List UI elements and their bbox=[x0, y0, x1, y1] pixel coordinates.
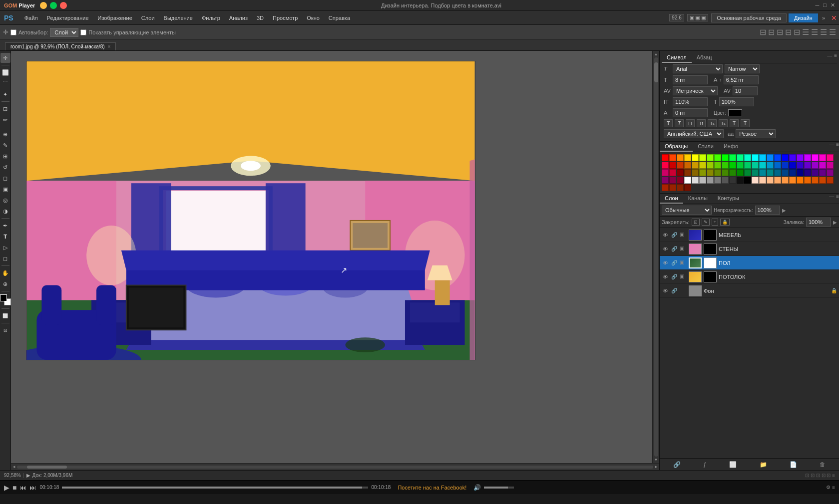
color-swatch[interactable] bbox=[827, 177, 834, 184]
healing-tool[interactable]: ⊕ bbox=[0, 129, 10, 139]
char-panel-menu[interactable]: ≡ bbox=[834, 53, 837, 63]
fill-arrow[interactable]: ▶ bbox=[833, 220, 837, 225]
new-group-btn[interactable]: 📁 bbox=[760, 461, 767, 468]
workspace-design-button[interactable]: Дизайн bbox=[789, 13, 818, 22]
color-swatch[interactable] bbox=[677, 162, 684, 169]
stop-button[interactable]: ■ bbox=[12, 484, 16, 492]
layer-item[interactable]: 👁🔗▣ПОТОЛОК bbox=[660, 270, 839, 284]
allcaps-button[interactable]: TT bbox=[686, 119, 695, 127]
play-button[interactable]: ▶ bbox=[4, 484, 9, 492]
swatches-panel-collapse[interactable]: — bbox=[829, 142, 834, 152]
history-brush-tool[interactable]: ↺ bbox=[0, 162, 10, 172]
minimize-button[interactable] bbox=[40, 2, 47, 9]
color-swatch[interactable] bbox=[669, 184, 676, 191]
tab-symbol[interactable]: Символ bbox=[662, 53, 692, 63]
dodge-tool[interactable]: ◑ bbox=[0, 206, 10, 216]
color-swatch[interactable] bbox=[774, 177, 781, 184]
color-swatch[interactable] bbox=[662, 169, 669, 176]
font-size-input[interactable]: 8 пт bbox=[673, 75, 708, 84]
color-swatch[interactable] bbox=[744, 162, 751, 169]
color-swatch[interactable] bbox=[722, 169, 729, 176]
color-swatch[interactable] bbox=[714, 162, 721, 169]
vscroll-track[interactable] bbox=[654, 57, 658, 457]
foreground-color[interactable] bbox=[0, 294, 7, 301]
color-swatch[interactable] bbox=[684, 177, 691, 184]
lock-all-btn[interactable]: + bbox=[712, 219, 718, 226]
color-swatch[interactable] bbox=[827, 162, 834, 169]
distrib-icon-3[interactable]: ☰ bbox=[820, 27, 827, 37]
horizontal-scale-input[interactable]: 100% bbox=[719, 97, 754, 106]
color-swatch[interactable] bbox=[767, 154, 774, 161]
tab-close-button[interactable]: × bbox=[108, 44, 111, 49]
color-swatch[interactable] bbox=[684, 184, 691, 191]
color-swatch[interactable] bbox=[744, 169, 751, 176]
language-select[interactable]: Английский: США bbox=[664, 129, 724, 138]
color-swatch[interactable] bbox=[722, 154, 729, 161]
color-swatch[interactable] bbox=[789, 177, 796, 184]
opacity-input[interactable]: 100% bbox=[755, 206, 780, 215]
eyedropper-tool[interactable]: ✏ bbox=[0, 115, 10, 125]
add-style-btn[interactable]: ƒ bbox=[703, 461, 707, 468]
vertical-scale-input[interactable]: 110% bbox=[673, 97, 708, 106]
color-swatch[interactable] bbox=[782, 177, 789, 184]
font-family-select[interactable]: Arial bbox=[673, 64, 723, 73]
align-icon-4[interactable]: ⊟ bbox=[785, 27, 792, 37]
strikethrough-button[interactable]: T bbox=[741, 119, 750, 127]
color-swatch[interactable] bbox=[729, 169, 736, 176]
underline-button[interactable]: T bbox=[730, 119, 739, 127]
color-swatch[interactable] bbox=[812, 154, 819, 161]
color-swatch[interactable] bbox=[662, 177, 669, 184]
vertical-scrollbar[interactable]: ▲ ▼ bbox=[652, 51, 659, 463]
color-swatch[interactable] bbox=[804, 154, 811, 161]
color-swatch[interactable] bbox=[729, 177, 736, 184]
color-swatch[interactable] bbox=[804, 177, 811, 184]
menu-layers[interactable]: Слои bbox=[137, 13, 159, 22]
color-swatch[interactable] bbox=[744, 177, 751, 184]
color-swatch[interactable] bbox=[789, 162, 796, 169]
vscroll-up[interactable]: ▲ bbox=[654, 52, 658, 56]
blend-mode-select[interactable]: Обычные bbox=[662, 206, 712, 215]
layer-item[interactable]: 👁🔗▣СТЕНЫ bbox=[660, 242, 839, 256]
show-controls-checkbox[interactable] bbox=[80, 29, 86, 35]
menu-view[interactable]: Просмотр bbox=[269, 13, 302, 22]
menu-select[interactable]: Выделение bbox=[160, 13, 197, 22]
blur-tool[interactable]: ◎ bbox=[0, 195, 10, 205]
opacity-arrow[interactable]: ▶ bbox=[782, 208, 786, 213]
color-swatch[interactable] bbox=[774, 162, 781, 169]
color-swatch[interactable] bbox=[737, 177, 744, 184]
swatches-panel-menu[interactable]: ≡ bbox=[836, 142, 839, 152]
color-swatch[interactable] bbox=[714, 177, 721, 184]
color-swatch[interactable] bbox=[692, 177, 699, 184]
ps-close-button[interactable]: ✕ bbox=[831, 14, 837, 22]
shape-tool[interactable]: ◻ bbox=[0, 253, 10, 263]
color-swatch[interactable] bbox=[789, 169, 796, 176]
add-mask-btn[interactable]: ⬜ bbox=[729, 461, 737, 468]
color-swatch[interactable] bbox=[782, 162, 789, 169]
color-swatch[interactable] bbox=[797, 177, 804, 184]
color-swatch[interactable] bbox=[812, 177, 819, 184]
color-swatch[interactable] bbox=[767, 162, 774, 169]
zoom-tool[interactable]: ⊕ bbox=[0, 279, 10, 289]
win-close-btn[interactable]: ✕ bbox=[831, 2, 835, 8]
color-swatch[interactable] bbox=[662, 162, 669, 169]
color-swatch[interactable] bbox=[759, 162, 766, 169]
color-swatch[interactable] bbox=[684, 154, 691, 161]
color-swatch[interactable] bbox=[729, 162, 736, 169]
link-layers-btn[interactable]: 🔗 bbox=[673, 461, 681, 468]
horizontal-scrollbar[interactable]: ◄ ► bbox=[11, 463, 659, 470]
color-swatch[interactable] bbox=[819, 154, 826, 161]
color-swatch[interactable] bbox=[819, 169, 826, 176]
fill-input[interactable]: 100% bbox=[806, 218, 831, 227]
color-swatch[interactable] bbox=[804, 169, 811, 176]
antialiasing-select[interactable]: Резкое bbox=[736, 129, 776, 138]
tab-paragraph[interactable]: Абзац bbox=[692, 53, 717, 63]
eraser-tool[interactable]: ◻ bbox=[0, 173, 10, 183]
color-swatch[interactable] bbox=[737, 169, 744, 176]
align-icon-2[interactable]: ⊟ bbox=[768, 27, 775, 37]
color-swatch[interactable] bbox=[707, 169, 714, 176]
layer-visibility-icon[interactable]: 👁 bbox=[662, 246, 669, 252]
lasso-tool[interactable]: ⌒ bbox=[0, 78, 10, 88]
path-select-tool[interactable]: ▷ bbox=[0, 243, 10, 252]
color-swatch[interactable] bbox=[827, 154, 834, 161]
layers-panel-collapse[interactable]: — bbox=[829, 194, 834, 204]
